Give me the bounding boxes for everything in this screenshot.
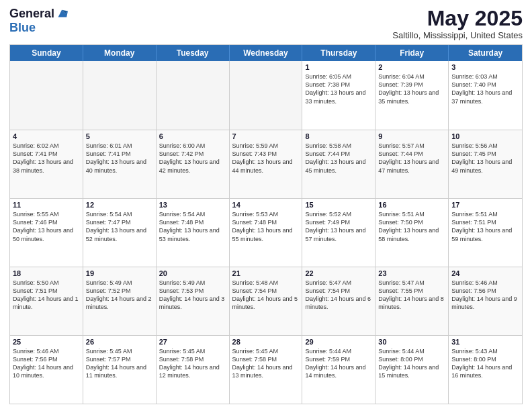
day-number: 31: [451, 338, 519, 346]
day-number: 27: [159, 338, 226, 346]
day-number: 24: [451, 269, 519, 277]
day-number: 18: [13, 269, 80, 277]
cell-info: Sunrise: 5:43 AMSunset: 8:00 PMDaylight:…: [451, 347, 519, 380]
calendar-cell: [230, 61, 303, 130]
cell-info: Sunrise: 5:46 AMSunset: 7:56 PMDaylight:…: [451, 279, 519, 312]
calendar-cell: 7Sunrise: 5:59 AMSunset: 7:43 PMDaylight…: [230, 130, 303, 198]
day-number: 16: [378, 201, 445, 209]
cell-info: Sunrise: 5:47 AMSunset: 7:55 PMDaylight:…: [378, 279, 445, 312]
calendar-cell: 31Sunrise: 5:43 AMSunset: 8:00 PMDayligh…: [449, 336, 522, 404]
calendar-cell: 21Sunrise: 5:48 AMSunset: 7:54 PMDayligh…: [230, 267, 303, 335]
calendar-cell: 11Sunrise: 5:55 AMSunset: 7:46 PMDayligh…: [10, 199, 83, 267]
cell-info: Sunrise: 5:45 AMSunset: 7:57 PMDaylight:…: [86, 347, 153, 380]
cell-info: Sunrise: 5:52 AMSunset: 7:49 PMDaylight:…: [305, 210, 372, 243]
calendar-cell: 14Sunrise: 5:53 AMSunset: 7:48 PMDayligh…: [230, 199, 303, 267]
header: General Blue May 2025 Saltillo, Mississi…: [9, 7, 523, 40]
calendar-row: 1Sunrise: 6:05 AMSunset: 7:38 PMDaylight…: [10, 61, 522, 130]
calendar-row: 4Sunrise: 6:02 AMSunset: 7:41 PMDaylight…: [10, 130, 522, 198]
logo: General Blue: [9, 7, 68, 35]
cell-info: Sunrise: 5:49 AMSunset: 7:52 PMDaylight:…: [86, 279, 153, 312]
day-number: 10: [451, 132, 519, 140]
calendar-cell: 10Sunrise: 5:56 AMSunset: 7:45 PMDayligh…: [449, 130, 522, 198]
day-number: 30: [378, 338, 445, 346]
calendar-cell: 19Sunrise: 5:49 AMSunset: 7:52 PMDayligh…: [83, 267, 157, 335]
cell-info: Sunrise: 5:45 AMSunset: 7:58 PMDaylight:…: [232, 347, 300, 380]
cell-info: Sunrise: 5:48 AMSunset: 7:54 PMDaylight:…: [232, 279, 300, 312]
cell-info: Sunrise: 5:59 AMSunset: 7:43 PMDaylight:…: [232, 142, 300, 175]
calendar-cell: 6Sunrise: 6:00 AMSunset: 7:42 PMDaylight…: [157, 130, 230, 198]
calendar-cell: 29Sunrise: 5:44 AMSunset: 7:59 PMDayligh…: [302, 336, 375, 404]
weekday-header: Monday: [83, 45, 157, 61]
day-number: 15: [305, 201, 372, 209]
calendar-row: 25Sunrise: 5:46 AMSunset: 7:56 PMDayligh…: [10, 335, 522, 404]
cell-info: Sunrise: 6:00 AMSunset: 7:42 PMDaylight:…: [159, 142, 226, 175]
logo-blue-text: Blue: [9, 21, 36, 34]
calendar-cell: [157, 61, 230, 130]
cell-info: Sunrise: 5:47 AMSunset: 7:54 PMDaylight:…: [305, 279, 372, 312]
day-number: 22: [305, 269, 372, 277]
calendar-cell: [83, 61, 157, 130]
calendar-cell: 4Sunrise: 6:02 AMSunset: 7:41 PMDaylight…: [10, 130, 83, 198]
location-subtitle: Saltillo, Mississippi, United States: [392, 30, 523, 40]
calendar-cell: 5Sunrise: 6:01 AMSunset: 7:41 PMDaylight…: [83, 130, 157, 198]
cell-info: Sunrise: 6:05 AMSunset: 7:38 PMDaylight:…: [305, 73, 372, 105]
cell-info: Sunrise: 5:54 AMSunset: 7:47 PMDaylight:…: [86, 210, 153, 243]
day-number: 1: [305, 63, 372, 71]
cell-info: Sunrise: 5:46 AMSunset: 7:56 PMDaylight:…: [13, 347, 80, 380]
calendar-cell: 18Sunrise: 5:50 AMSunset: 7:51 PMDayligh…: [10, 267, 83, 335]
day-number: 11: [13, 201, 80, 209]
day-number: 29: [305, 338, 372, 346]
calendar-cell: 15Sunrise: 5:52 AMSunset: 7:49 PMDayligh…: [302, 199, 375, 267]
logo-general-text: General: [9, 7, 54, 21]
weekday-header: Friday: [375, 45, 449, 61]
day-number: 21: [232, 269, 300, 277]
calendar-cell: 17Sunrise: 5:51 AMSunset: 7:51 PMDayligh…: [449, 199, 522, 267]
calendar-body: 1Sunrise: 6:05 AMSunset: 7:38 PMDaylight…: [10, 61, 522, 404]
calendar-cell: 22Sunrise: 5:47 AMSunset: 7:54 PMDayligh…: [302, 267, 375, 335]
day-number: 4: [13, 132, 80, 140]
cell-info: Sunrise: 6:03 AMSunset: 7:40 PMDaylight:…: [451, 73, 519, 105]
day-number: 26: [86, 338, 153, 346]
day-number: 7: [232, 132, 300, 140]
day-number: 25: [13, 338, 80, 346]
weekday-header: Thursday: [302, 45, 375, 61]
calendar-cell: 9Sunrise: 5:57 AMSunset: 7:44 PMDaylight…: [375, 130, 449, 198]
cell-info: Sunrise: 5:44 AMSunset: 7:59 PMDaylight:…: [305, 347, 372, 380]
day-number: 5: [86, 132, 153, 140]
calendar-cell: 25Sunrise: 5:46 AMSunset: 7:56 PMDayligh…: [10, 336, 83, 404]
cell-info: Sunrise: 6:02 AMSunset: 7:41 PMDaylight:…: [13, 142, 80, 175]
calendar-cell: 23Sunrise: 5:47 AMSunset: 7:55 PMDayligh…: [375, 267, 449, 335]
cell-info: Sunrise: 6:01 AMSunset: 7:41 PMDaylight:…: [86, 142, 153, 175]
month-title: May 2025: [392, 7, 523, 30]
cell-info: Sunrise: 5:45 AMSunset: 7:58 PMDaylight:…: [159, 347, 226, 380]
calendar-cell: 3Sunrise: 6:03 AMSunset: 7:40 PMDaylight…: [449, 61, 522, 130]
calendar-cell: 26Sunrise: 5:45 AMSunset: 7:57 PMDayligh…: [83, 336, 157, 404]
calendar-cell: 12Sunrise: 5:54 AMSunset: 7:47 PMDayligh…: [83, 199, 157, 267]
calendar-cell: 8Sunrise: 5:58 AMSunset: 7:44 PMDaylight…: [302, 130, 375, 198]
calendar: SundayMondayTuesdayWednesdayThursdayFrid…: [9, 44, 523, 404]
calendar-cell: 20Sunrise: 5:49 AMSunset: 7:53 PMDayligh…: [157, 267, 230, 335]
day-number: 3: [451, 63, 519, 71]
cell-info: Sunrise: 5:50 AMSunset: 7:51 PMDaylight:…: [13, 279, 80, 312]
day-number: 13: [159, 201, 226, 209]
calendar-cell: 1Sunrise: 6:05 AMSunset: 7:38 PMDaylight…: [302, 61, 375, 130]
day-number: 12: [86, 201, 153, 209]
calendar-cell: 30Sunrise: 5:44 AMSunset: 8:00 PMDayligh…: [375, 336, 449, 404]
cell-info: Sunrise: 5:53 AMSunset: 7:48 PMDaylight:…: [232, 210, 300, 243]
cell-info: Sunrise: 5:56 AMSunset: 7:45 PMDaylight:…: [451, 142, 519, 175]
calendar-cell: [10, 61, 83, 130]
weekday-header: Sunday: [10, 45, 83, 61]
day-number: 14: [232, 201, 300, 209]
cell-info: Sunrise: 5:51 AMSunset: 7:51 PMDaylight:…: [451, 210, 519, 243]
day-number: 17: [451, 201, 519, 209]
cell-info: Sunrise: 5:44 AMSunset: 8:00 PMDaylight:…: [378, 347, 445, 380]
page: General Blue May 2025 Saltillo, Mississi…: [0, 0, 532, 411]
day-number: 28: [232, 338, 300, 346]
weekday-header: Saturday: [449, 45, 522, 61]
calendar-header: SundayMondayTuesdayWednesdayThursdayFrid…: [10, 45, 522, 61]
day-number: 8: [305, 132, 372, 140]
calendar-row: 18Sunrise: 5:50 AMSunset: 7:51 PMDayligh…: [10, 267, 522, 335]
calendar-cell: 13Sunrise: 5:54 AMSunset: 7:48 PMDayligh…: [157, 199, 230, 267]
weekday-header: Tuesday: [157, 45, 230, 61]
calendar-cell: 2Sunrise: 6:04 AMSunset: 7:39 PMDaylight…: [375, 61, 449, 130]
